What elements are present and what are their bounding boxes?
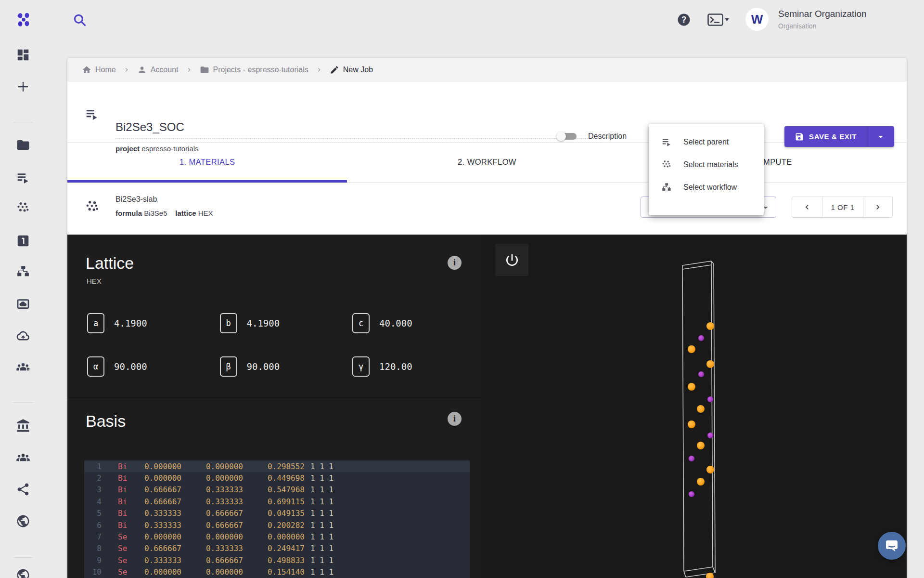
sidebar-item-members-icon[interactable]	[16, 451, 30, 465]
tab-1-materials[interactable]: 1. MATERIALS	[67, 142, 347, 182]
chat-launcher-icon[interactable]	[878, 532, 906, 560]
material-row: Bi2Se3-slab formula Bi3Se5 lattice HEX 1…	[67, 182, 907, 235]
basis-row: 2Bi0.0000000.0000000.4496981 1 1	[84, 472, 470, 484]
structure-viewer[interactable]	[481, 235, 907, 578]
sidebar-item-dashboard-icon[interactable]	[16, 48, 30, 62]
basis-info-icon[interactable]: i	[448, 412, 462, 426]
param-value: 4.1900	[247, 318, 280, 328]
orange-atom[interactable]	[697, 405, 705, 413]
basis-row: 7Se0.0000000.0000000.0000001 1 1	[84, 531, 470, 542]
purple-atom[interactable]	[698, 371, 704, 377]
param-symbol: b	[220, 313, 237, 333]
purple-atom[interactable]	[689, 456, 694, 461]
lattice-param-β: β90.000	[220, 356, 280, 377]
breadcrumb-item[interactable]: Home	[82, 65, 116, 75]
pagination-next-button[interactable]	[863, 197, 892, 217]
tab-2-workflow[interactable]: 2. WORKFLOW	[347, 142, 627, 182]
basis-row: 8Se0.6666670.3333330.2494171 1 1	[84, 543, 470, 554]
search-icon[interactable]	[72, 13, 88, 28]
orange-atom[interactable]	[688, 345, 695, 353]
pagination-prev-button[interactable]	[792, 197, 822, 217]
avatar-letter: W	[751, 12, 763, 27]
org-name[interactable]: Seminar Organization	[778, 9, 867, 19]
save-icon	[795, 132, 804, 142]
sidebar-item-add-icon[interactable]	[16, 79, 30, 94]
section-divider	[67, 399, 481, 399]
breadcrumb: HomeAccountProjects - espresso-tutorials…	[67, 58, 907, 82]
param-value: 120.00	[379, 361, 412, 372]
sidebar-divider	[13, 557, 33, 558]
menu-item-select-workflow[interactable]: Select workflow	[649, 176, 764, 198]
sidebar-item-globe-icon[interactable]	[16, 568, 30, 578]
lattice-param-γ: γ120.00	[352, 356, 412, 377]
purple-atom[interactable]	[689, 491, 694, 497]
sidebar-item-one-card-icon[interactable]	[16, 234, 30, 248]
purple-atom[interactable]	[707, 433, 713, 438]
description-toggle[interactable]	[556, 130, 579, 143]
param-symbol: γ	[352, 356, 370, 377]
lattice-value: HEX	[198, 209, 213, 217]
orange-atom[interactable]	[706, 466, 714, 473]
sidebar-divider	[13, 122, 33, 122]
breadcrumb-item[interactable]: Projects - espresso-tutorials	[200, 65, 308, 75]
chevron-right-icon	[873, 202, 883, 212]
breadcrumb-separator-icon	[315, 66, 323, 74]
main-card: HomeAccountProjects - espresso-tutorials…	[67, 58, 907, 578]
breadcrumb-item[interactable]: New Job	[330, 65, 373, 75]
help-icon[interactable]: ?	[677, 13, 691, 27]
console-icon[interactable]	[707, 13, 730, 26]
menu-item-select-parent[interactable]: Select parent	[649, 131, 764, 153]
basis-row: 10Se0.0000000.0000000.1541401 1 1	[84, 566, 470, 578]
job-title[interactable]: Bi2Se3_SOC	[116, 120, 184, 134]
lattice-param-a: a4.1900	[87, 313, 147, 333]
sidebar-item-jobs-icon[interactable]	[16, 171, 30, 185]
breadcrumb-item[interactable]: Account	[137, 65, 179, 75]
purple-atom[interactable]	[698, 335, 704, 341]
lattice-param-α: α90.000	[87, 356, 147, 377]
lattice-info-icon[interactable]: i	[448, 256, 462, 270]
sidebar-item-share-icon[interactable]	[16, 482, 30, 497]
lattice-section-title: Lattice	[86, 254, 134, 273]
chevron-left-icon	[802, 202, 812, 212]
material-name[interactable]: Bi2Se3-slab	[116, 195, 157, 204]
material-meta: formula Bi3Se5 lattice HEX	[116, 209, 213, 217]
sidebar-item-web-icon[interactable]	[16, 514, 30, 528]
param-symbol: β	[220, 356, 237, 377]
sidebar-item-projects-folder-icon[interactable]	[16, 138, 30, 152]
job-header: Bi2Se3_SOC project espresso-tutorials De…	[67, 82, 907, 143]
power-icon[interactable]	[495, 244, 528, 276]
sidebar-item-workflows-icon[interactable]	[16, 264, 30, 279]
save-exit-label: SAVE & EXIT	[809, 132, 857, 141]
purple-atom[interactable]	[707, 396, 713, 402]
sidebar-item-bank-icon[interactable]	[16, 419, 30, 433]
lattice-param-c: c40.000	[352, 313, 412, 333]
orange-atom[interactable]	[706, 322, 714, 330]
menu-item-select-materials[interactable]: Select materials	[649, 153, 764, 176]
param-symbol: α	[87, 356, 104, 377]
param-symbol: c	[352, 313, 370, 333]
orange-atom[interactable]	[688, 383, 695, 391]
sidebar-item-cloud-upload-icon[interactable]	[16, 328, 30, 343]
sidebar-item-materials-icon[interactable]	[16, 201, 30, 215]
basis-editor[interactable]: 1Bi0.0000000.0000000.2985521 1 12Bi0.000…	[84, 460, 470, 578]
orange-atom[interactable]	[688, 420, 695, 428]
svg-text:?: ?	[681, 15, 687, 25]
crystal-scene	[481, 235, 907, 578]
unit-cell-wireframe	[682, 261, 715, 577]
pagination-label: 1 OF 1	[822, 197, 863, 217]
orange-atom[interactable]	[697, 442, 705, 449]
sidebar	[0, 0, 46, 578]
basis-row: 4Bi0.6666670.3333330.6991151 1 1	[84, 496, 470, 507]
avatar[interactable]: W	[745, 8, 769, 31]
formula-label: formula	[116, 209, 142, 217]
lattice-param-b: b4.1900	[220, 313, 280, 333]
sidebar-item-team-icon[interactable]	[16, 360, 30, 375]
description-label: Description	[588, 132, 627, 141]
basis-section-title: Basis	[86, 412, 126, 431]
lattice-type: HEX	[87, 277, 102, 285]
sidebar-divider	[13, 402, 33, 403]
sidebar-item-images-icon[interactable]	[16, 297, 30, 311]
orange-atom[interactable]	[697, 478, 705, 486]
orange-atom[interactable]	[706, 360, 714, 368]
org-role: Organisation	[778, 22, 816, 30]
